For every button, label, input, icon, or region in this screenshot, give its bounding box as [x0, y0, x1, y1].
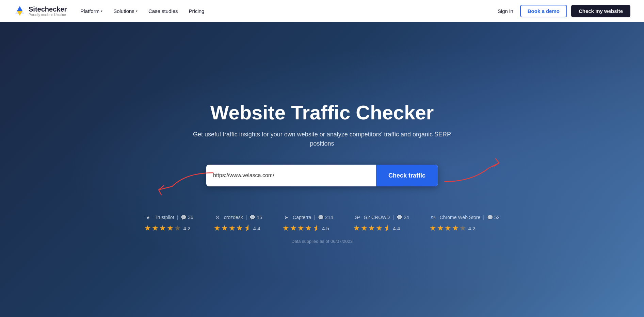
- nav-solutions[interactable]: Solutions ▾: [113, 8, 138, 14]
- search-box: Check traffic: [206, 165, 438, 186]
- star-empty-icon: ★: [460, 224, 466, 233]
- comment-icon: 💬: [397, 215, 402, 220]
- arrow-left-icon: [152, 169, 220, 197]
- capterra-icon: ➤: [283, 214, 290, 221]
- nav-platform[interactable]: Platform ▾: [80, 8, 102, 14]
- logo[interactable]: Sitechecker Proudly made in Ukraine: [14, 5, 67, 17]
- check-website-button[interactable]: Check my website: [571, 5, 630, 17]
- star-icon: ★: [229, 224, 236, 233]
- comment-icon: 💬: [249, 215, 255, 220]
- review-chrome-web-store: 🛍 Chrome Web Store | 💬 52 ★ ★ ★ ★ ★ 4.2: [430, 214, 500, 233]
- reviews-section: ★ Trustpilot | 💬 36 ★ ★ ★ ★ ★ 4.2 ⊙ c: [144, 214, 499, 233]
- arrow-right-icon: [431, 158, 506, 185]
- star-icon: ★: [376, 224, 383, 233]
- chevron-down-icon: ▾: [101, 9, 102, 13]
- trustpilot-icon: ★: [144, 214, 152, 221]
- star-icon: ★: [368, 224, 375, 233]
- nav-actions: Sign in Book a demo Check my website: [495, 5, 630, 17]
- hero-section: Website Traffic Checker Get useful traff…: [0, 22, 644, 317]
- logo-text: Sitechecker Proudly made in Ukraine: [29, 5, 67, 17]
- review-capterra: ➤ Capterra | 💬 214 ★ ★ ★ ★ ⯨ 4.5: [283, 214, 333, 233]
- comment-icon: 💬: [318, 215, 324, 220]
- data-note: Data supplied as of 06/07/2023: [291, 239, 353, 244]
- star-icon: ★: [430, 224, 436, 233]
- nav-pricing[interactable]: Pricing: [189, 8, 205, 14]
- star-half-icon: ⯨: [383, 224, 391, 233]
- navbar: Sitechecker Proudly made in Ukraine Plat…: [0, 0, 644, 22]
- comment-icon: 💬: [487, 215, 493, 220]
- star-icon: ★: [144, 224, 151, 233]
- star-icon: ★: [305, 224, 312, 233]
- star-icon: ★: [159, 224, 166, 233]
- book-demo-button[interactable]: Book a demo: [520, 5, 567, 17]
- star-icon: ★: [361, 224, 368, 233]
- star-icon: ★: [167, 224, 174, 233]
- star-icon: ★: [297, 224, 304, 233]
- sign-in-link[interactable]: Sign in: [495, 8, 516, 14]
- star-icon: ★: [214, 224, 221, 233]
- search-container: Check traffic: [206, 165, 438, 186]
- star-icon: ★: [236, 224, 243, 233]
- logo-icon: [14, 5, 26, 17]
- chrome-icon: 🛍: [430, 214, 437, 221]
- hero-subtitle: Get useful traffic insights for your own…: [189, 130, 455, 148]
- star-icon: ★: [445, 224, 451, 233]
- comment-icon: 💬: [181, 215, 187, 220]
- star-empty-icon: ★: [174, 224, 181, 233]
- star-icon: ★: [353, 224, 360, 233]
- crozdesk-icon: ⊙: [214, 214, 221, 221]
- star-icon: ★: [452, 224, 459, 233]
- star-icon: ★: [437, 224, 444, 233]
- chevron-down-icon: ▾: [136, 9, 138, 13]
- logo-sub: Proudly made in Ukraine: [29, 13, 67, 17]
- nav-case-studies[interactable]: Case studies: [148, 8, 178, 14]
- star-icon: ★: [290, 224, 297, 233]
- star-icon: ★: [283, 224, 289, 233]
- logo-name: Sitechecker: [29, 5, 67, 13]
- star-half-icon: ⯨: [244, 224, 251, 233]
- review-trustpilot: ★ Trustpilot | 💬 36 ★ ★ ★ ★ ★ 4.2: [144, 214, 193, 233]
- review-g2crowd: G² G2 CROWD | 💬 24 ★ ★ ★ ★ ⯨ 4.4: [353, 214, 409, 233]
- star-icon: ★: [152, 224, 159, 233]
- url-input[interactable]: [206, 165, 376, 186]
- star-half-icon: ⯨: [312, 224, 320, 233]
- g2crowd-icon: G²: [353, 214, 361, 221]
- check-traffic-button[interactable]: Check traffic: [376, 165, 438, 186]
- review-crozdesk: ⊙ crozdesk | 💬 15 ★ ★ ★ ★ ⯨ 4.4: [214, 214, 262, 233]
- star-icon: ★: [221, 224, 228, 233]
- nav-links: Platform ▾ Solutions ▾ Case studies Pric…: [80, 8, 495, 14]
- hero-title: Website Traffic Checker: [210, 102, 434, 123]
